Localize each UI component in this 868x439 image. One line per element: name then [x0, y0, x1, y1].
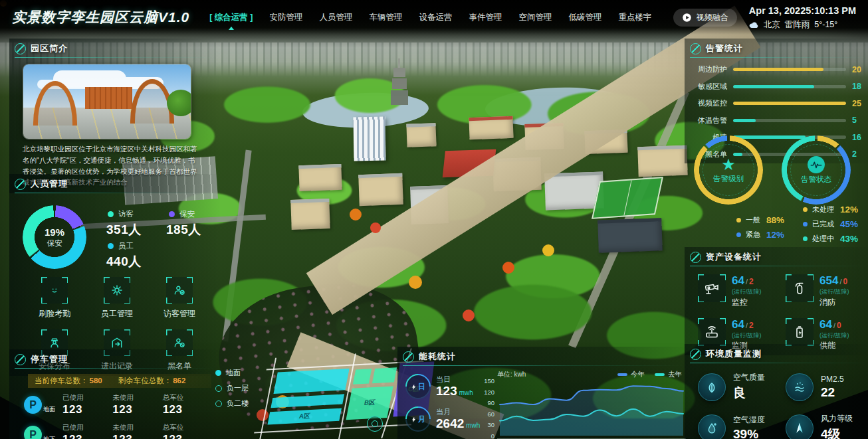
legend-dot — [803, 207, 808, 212]
panel-compass-icon — [15, 43, 26, 54]
pulse-icon — [808, 156, 825, 173]
zone-b-block[interactable] — [353, 369, 372, 385]
zone-b-block[interactable] — [372, 367, 397, 383]
kpi-monthly: 月 当月 2642mwh — [405, 406, 476, 432]
datetime: Apr 13, 20225:10:13 PM — [749, 3, 856, 18]
panel-title: 资产设备统计 — [706, 251, 762, 263]
legend-dot — [803, 222, 808, 226]
panel-header: 能耗统计 — [403, 351, 686, 363]
panel-header: 人员管理 — [15, 178, 215, 190]
legend-row: 已完成45% — [803, 219, 858, 229]
asset-counts: 64/2 — [732, 274, 762, 288]
nav-tab-events[interactable]: 事件管理 — [469, 9, 502, 27]
alarm-bar-row: 敏感区域18 — [690, 82, 868, 92]
header-divider — [403, 365, 686, 366]
minimap-locate-button[interactable] — [367, 416, 383, 432]
header-divider — [15, 57, 215, 58]
topbar-right: 视频融合 Apr 13, 20225:10:13 PM 北京 雷阵雨 5°-15… — [673, 3, 856, 31]
zone-b[interactable]: B区 — [346, 386, 393, 420]
legend-row: 紧急12% — [736, 230, 784, 240]
total-cell: 总车位123 — [163, 393, 213, 416]
action-staff-management[interactable]: 员工管理 — [88, 277, 146, 319]
bar-track — [733, 68, 846, 71]
nav-tab-comprehensive-ops[interactable]: [ 综合运营 ] — [209, 9, 253, 27]
legend-dot — [108, 211, 114, 217]
panel-personnel: 人员管理 19% 保安 访客 保安 351人 185人 员工 440人 刷脸考勤 — [9, 174, 221, 376]
zone-a-block[interactable] — [271, 394, 344, 408]
env-wind: 风力等级4级 — [786, 413, 868, 439]
panel-header: 停车管理 — [15, 353, 215, 365]
nav-tab-low-carbon[interactable]: 低碳管理 — [569, 9, 602, 27]
action-visitor-management[interactable]: 访客管理 — [150, 277, 209, 319]
water-drop-icon — [698, 414, 726, 439]
legend-this-year[interactable]: 今年 — [617, 370, 645, 379]
visitors-count: 351人 — [106, 221, 142, 238]
y-axis-ticks: 1501209060300 — [477, 377, 494, 439]
chart-unit-label: 单位: kwh — [497, 370, 526, 379]
nav-tab-personnel[interactable]: 人员管理 — [320, 9, 353, 27]
gear-icon — [104, 277, 130, 304]
campus-gate-photo[interactable] — [23, 64, 191, 139]
chart-legend: 今年 去年 — [617, 370, 682, 379]
assets-grid: 64/2 (运行/故障)监控 654/0 (运行/故障)消防 64/2 (运行/… — [698, 274, 868, 351]
legend-dot — [169, 211, 175, 217]
daily-energy-value: 123mwh — [436, 385, 473, 398]
donut-center: ★ 告警级别 — [694, 135, 763, 205]
legend-last-year[interactable]: 去年 — [655, 370, 682, 379]
used-cell: 已使用123 — [62, 423, 112, 439]
scene-soccer-field — [592, 177, 663, 219]
environment-grid: 空气质量良 PM2.522 空气湿度39% 风力等级4级 — [698, 372, 868, 439]
locate-icon — [372, 420, 378, 427]
nav-tab-key-buildings[interactable]: 重点楼宇 — [619, 9, 652, 27]
header-divider — [690, 57, 868, 58]
env-air-quality: 空气质量良 — [698, 372, 780, 402]
parking-zone-badge: P 地面 — [24, 396, 62, 414]
scene-building — [290, 199, 330, 230]
star-icon: ★ — [721, 157, 736, 173]
legend-swatch — [617, 373, 627, 376]
panel-compass-icon — [690, 43, 701, 54]
alarm-bar-row: 视频监控25 — [690, 98, 868, 108]
legend-dot — [736, 218, 741, 222]
alarm-bar-row: 体温告警5 — [690, 116, 868, 126]
alarm-level-legend: 一般88% 紧急12% — [736, 215, 784, 240]
parking-row-underground: P 地下 已使用123 未使用123 总车位123 — [24, 423, 213, 439]
scene-building — [298, 164, 342, 191]
asset-counts: 64/0 — [819, 318, 849, 331]
nav-tab-space[interactable]: 空间管理 — [519, 9, 552, 27]
unused-cell: 未使用123 — [112, 423, 162, 439]
panel-park-intro: 园区简介 北京培黎职业园区位于北京市海淀区中关村科技园区和著名的"八大学院"区，… — [9, 39, 221, 193]
cloud-icon — [749, 21, 759, 29]
fire-extinguisher-icon — [786, 274, 814, 302]
scene-building — [597, 218, 663, 252]
asset-fire[interactable]: 654/0 (运行/故障)消防 — [786, 274, 868, 308]
active-tab-caret — [229, 27, 234, 30]
nav-tab-equipment[interactable]: 设备运营 — [419, 9, 453, 27]
energy-gauge-icon: 月 — [400, 401, 436, 437]
bar-fill — [733, 85, 814, 88]
panel-header: 园区简介 — [15, 43, 215, 54]
photo-building — [85, 87, 132, 110]
bar-track — [733, 85, 846, 88]
nav-tab-vehicles[interactable]: 车辆管理 — [370, 9, 403, 27]
legend-row: 一般88% — [736, 215, 784, 225]
legend-row: 处理中43% — [803, 234, 858, 244]
energy-line-chart: 单位: kwh 今年 去年 1501209060300 1月3月5月7月9月11… — [476, 370, 686, 439]
unused-cell: 未使用123 — [112, 393, 162, 416]
env-pm25: PM2.522 — [786, 372, 868, 402]
video-fusion-icon — [682, 13, 692, 23]
leaf-icon — [698, 373, 726, 401]
zone-a-block[interactable] — [274, 369, 350, 394]
zone-a[interactable]: A区 — [267, 408, 342, 425]
face-scan-icon — [41, 277, 68, 304]
action-face-attendance[interactable]: 刷脸考勤 — [25, 277, 84, 319]
panel-compass-icon — [690, 349, 701, 360]
asset-counts: 654/0 — [819, 274, 849, 288]
legend-row: 未处理12% — [803, 205, 858, 215]
alarm-status-legend: 未处理12% 已完成45% 处理中43% — [803, 205, 858, 244]
bar-track — [733, 119, 846, 122]
video-fusion-button[interactable]: 视频融合 — [673, 9, 737, 27]
asset-surveillance[interactable]: 64/2 (运行/故障)监控 — [698, 274, 780, 308]
nav-tab-security[interactable]: 安防管理 — [270, 9, 303, 27]
kpi-daily: 日 当日 123mwh — [405, 374, 476, 399]
